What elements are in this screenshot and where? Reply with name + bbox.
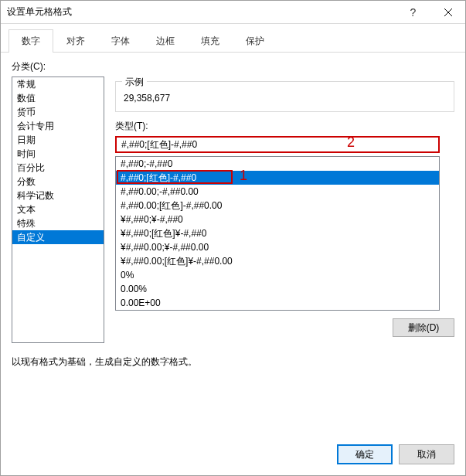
type-item[interactable]: ¥#,##0.00;¥-#,##0.00 (116, 240, 439, 254)
example-value: 29,358,677 (124, 88, 446, 104)
hint-text: 以现有格式为基础，生成自定义的数字格式。 (12, 355, 454, 369)
title-bar: 设置单元格格式 ? (1, 1, 465, 24)
dialog-footer: 确定 取消 (337, 444, 454, 464)
category-item[interactable]: 特殊 (12, 216, 104, 230)
type-item[interactable]: #,##0.00;[红色]-#,##0.00 (116, 199, 439, 212)
type-item[interactable]: ¥#,##0;[红色]¥-#,##0 (116, 226, 439, 240)
type-list[interactable]: #,##0;-#,##0 #,##0;[红色]-#,##0 #,##0.00;-… (115, 156, 440, 311)
content-area: 分类(C): 常规 数值 货币 会计专用 日期 时间 百分比 分数 科学记数 文… (1, 53, 465, 379)
right-column: 示例 29,358,677 类型(T): 2 #,##0;-#,##0 #,##… (104, 76, 454, 343)
cancel-button[interactable]: 取消 (399, 444, 454, 464)
help-button[interactable]: ? (396, 2, 430, 23)
category-item[interactable]: 日期 (12, 133, 104, 147)
example-box: 示例 29,358,677 (115, 81, 454, 112)
type-item[interactable]: #,##0;[红色]-#,##0 (116, 171, 439, 185)
category-item[interactable]: 常规 (12, 77, 104, 91)
dialog-title: 设置单元格格式 (7, 5, 396, 19)
annotation-1: 1 (240, 168, 247, 184)
category-label: 分类(C): (12, 60, 454, 73)
category-item[interactable]: 数值 (12, 91, 104, 105)
type-input[interactable] (115, 136, 440, 153)
type-item[interactable]: ##0.0E+0 (116, 310, 439, 311)
close-icon (444, 8, 452, 16)
type-item[interactable]: #,##0.00;-#,##0.00 (116, 185, 439, 199)
type-item[interactable]: #,##0;-#,##0 (116, 157, 439, 171)
category-item[interactable]: 时间 (12, 147, 104, 161)
category-list[interactable]: 常规 数值 货币 会计专用 日期 时间 百分比 分数 科学记数 文本 特殊 自定… (12, 76, 104, 343)
ok-button[interactable]: 确定 (337, 444, 393, 464)
type-item[interactable]: 0% (116, 268, 439, 282)
format-cells-dialog: 设置单元格格式 ? 数字 对齐 字体 边框 填充 保护 分类(C): 常规 数值… (0, 0, 466, 476)
tab-number[interactable]: 数字 (9, 29, 53, 53)
tab-border[interactable]: 边框 (143, 29, 188, 53)
example-label: 示例 (122, 76, 147, 89)
category-item[interactable]: 科学记数 (12, 189, 104, 202)
category-item[interactable]: 文本 (12, 202, 104, 216)
tab-fill[interactable]: 填充 (188, 29, 233, 53)
tab-strip: 数字 对齐 字体 边框 填充 保护 (1, 24, 465, 53)
type-item[interactable]: ¥#,##0.00;[红色]¥-#,##0.00 (116, 254, 439, 268)
delete-button[interactable]: 删除(D) (393, 318, 454, 337)
type-item[interactable]: 0.00E+00 (116, 296, 439, 310)
type-item[interactable]: 0.00% (116, 282, 439, 296)
type-input-wrap: 2 (115, 136, 454, 153)
tab-alignment[interactable]: 对齐 (53, 29, 98, 53)
category-item[interactable]: 百分比 (12, 161, 104, 175)
type-label: 类型(T): (115, 120, 454, 133)
category-item[interactable]: 自定义 (12, 230, 104, 244)
close-button[interactable] (430, 2, 465, 23)
category-item[interactable]: 货币 (12, 105, 104, 119)
tab-protection[interactable]: 保护 (233, 29, 277, 53)
main-row: 常规 数值 货币 会计专用 日期 时间 百分比 分数 科学记数 文本 特殊 自定… (12, 76, 454, 343)
annotation-2: 2 (347, 134, 355, 151)
tab-font[interactable]: 字体 (98, 29, 143, 53)
type-item[interactable]: ¥#,##0;¥-#,##0 (116, 212, 439, 226)
category-item[interactable]: 会计专用 (12, 119, 104, 133)
category-item[interactable]: 分数 (12, 175, 104, 189)
